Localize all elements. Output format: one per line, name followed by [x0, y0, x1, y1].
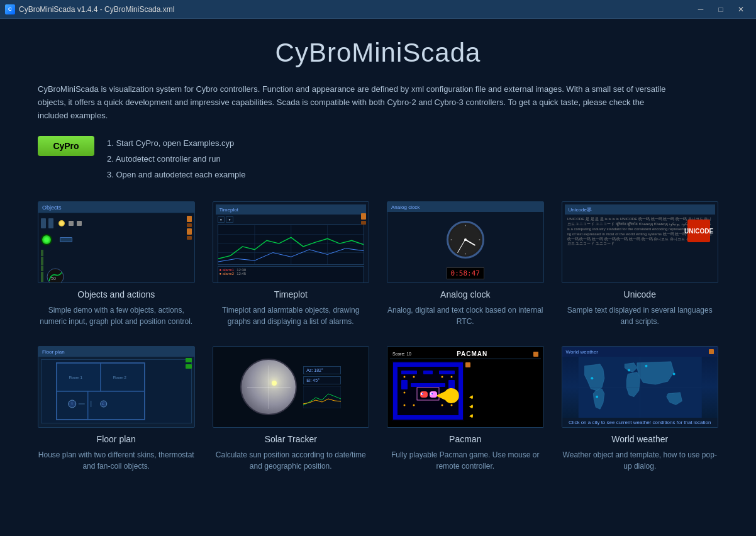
card-desc-solar-tracker: Calculate sun position according to date…	[213, 449, 370, 472]
svg-point-11	[450, 239, 452, 240]
timeplot-graph	[218, 224, 365, 265]
instruction-2: 2. Autodetect controller and run	[107, 152, 245, 167]
card-title-analog-clock: Analog clock	[440, 289, 490, 299]
svg-rect-30	[459, 362, 463, 420]
card-title-floor-plan: Floor plan	[97, 434, 136, 444]
app-icon: C	[5, 4, 15, 14]
svg-point-41	[451, 376, 453, 378]
card-world-weather[interactable]: World weather	[562, 346, 719, 472]
svg-point-9	[479, 239, 480, 240]
minimize-button[interactable]: ─	[691, 1, 711, 18]
thumbnail-analog-clock: Analog clock 0:58:47	[387, 201, 544, 283]
timeplot-alarmtable: ● alarm1 12:30 ● alarm2 12:45	[218, 266, 365, 283]
title-bar: C CyBroMiniScada v1.4.4 - CyBroMiniScada…	[0, 0, 756, 19]
card-pacman[interactable]: Score: 10 PACMAN	[387, 346, 544, 472]
title-bar-left: C CyBroMiniScada v1.4.4 - CyBroMiniScada…	[5, 4, 174, 14]
svg-text:T: T	[71, 402, 73, 406]
card-desc-timeplot: Timeplot and alarmtable objects, drawing…	[213, 304, 370, 327]
card-analog-clock[interactable]: Analog clock 0:58:47	[387, 201, 544, 327]
svg-point-10	[465, 254, 466, 255]
svg-point-59	[672, 373, 675, 376]
svg-point-58	[645, 365, 647, 367]
app-description: CyBroMiniScada is visualization system f…	[38, 83, 667, 122]
card-unicode[interactable]: Unicode界 UNICODE UNICODE 是 是 是 是 is is i…	[562, 201, 719, 327]
card-desc-pacman: Fully playable Pacman game. Use mouse or…	[387, 449, 544, 472]
svg-rect-31	[401, 371, 417, 374]
pacman-score: Score: 10	[392, 352, 411, 356]
card-desc-unicode: Sample text displayed in several languag…	[562, 304, 719, 327]
card-title-world-weather: World weather	[611, 434, 668, 444]
svg-point-44	[404, 405, 406, 406]
svg-point-38	[404, 376, 406, 378]
title-bar-controls: ─ □ ✕	[691, 1, 751, 18]
maximize-button[interactable]: □	[711, 1, 731, 18]
card-title-objects-actions: Objects and actions	[77, 289, 155, 299]
instructions-row: CyPro 1. Start CyPro, open Examples.cyp …	[38, 136, 718, 182]
card-desc-floor-plan: House plan with two different skins, the…	[38, 449, 195, 472]
svg-point-42	[404, 392, 406, 394]
unicode-logo: UNICODE	[687, 220, 710, 242]
thumbnail-floor-plan: Floor plan Room 1	[38, 346, 195, 428]
card-objects-actions[interactable]: Objects	[38, 201, 195, 327]
weather-map-display: Click on a city to see current weather c…	[562, 347, 718, 427]
svg-point-47	[451, 405, 453, 406]
svg-rect-33	[439, 371, 455, 374]
floorplan-header: Floor plan	[38, 347, 194, 357]
svg-point-39	[413, 376, 415, 378]
weather-footer: Click on a city to see current weather c…	[562, 418, 718, 427]
thumbnail-solar-tracker: Az: 182° El: 45°	[213, 346, 370, 428]
svg-rect-27	[393, 362, 463, 367]
svg-rect-32	[423, 371, 433, 374]
svg-text:Room 1: Room 1	[69, 376, 83, 379]
card-title-pacman: Pacman	[449, 434, 481, 444]
card-desc-world-weather: Weather object and template, how to use …	[562, 449, 719, 472]
main-content: CyBroMiniScada CyBroMiniScada is visuali…	[0, 19, 756, 497]
close-button[interactable]: ✕	[731, 1, 751, 18]
svg-point-57	[628, 369, 630, 372]
clock-header: Analog clock	[387, 202, 543, 212]
pacman-play-area	[390, 359, 541, 423]
thumb-body-objects: 50	[38, 213, 194, 283]
instruction-1: 1. Start CyPro, open Examples.cyp	[107, 136, 245, 152]
floorplan-body: Room 1 Room 2 T F	[38, 357, 194, 426]
card-desc-analog-clock: Analog, digital and text clock based on …	[387, 304, 544, 327]
card-title-solar-tracker: Solar Tracker	[265, 434, 317, 444]
pacman-logo: PACMAN	[457, 350, 487, 357]
thumbnail-objects-actions: Objects	[38, 201, 195, 283]
card-solar-tracker[interactable]: Az: 182° El: 45° Solar Tracker Calculate…	[213, 346, 370, 472]
card-title-unicode: Unicode	[624, 289, 656, 299]
card-floor-plan[interactable]: Floor plan Room 1	[38, 346, 195, 472]
thumb-header-objects: Objects	[38, 202, 194, 213]
svg-rect-35	[448, 380, 455, 389]
svg-rect-34	[401, 380, 408, 389]
svg-rect-25	[303, 386, 341, 408]
weather-header-text: World weather	[566, 349, 598, 355]
timeplot-header: Timeplot	[216, 204, 367, 215]
app-title: CyBroMiniScada	[38, 38, 718, 68]
thumbnail-world-weather: World weather	[562, 346, 719, 428]
clock-digital-display: 0:58:47	[447, 267, 484, 279]
card-desc-objects-actions: Simple demo with a few objects, actions,…	[38, 304, 195, 327]
thumbnail-timeplot: Timeplot ● ●	[213, 201, 370, 283]
svg-point-61	[596, 396, 598, 398]
thumbnail-unicode: Unicode界 UNICODE UNICODE 是 是 是 是 is is i…	[562, 201, 719, 283]
instructions-list: 1. Start CyPro, open Examples.cyp 2. Aut…	[107, 136, 245, 182]
cards-grid: Objects	[38, 201, 718, 472]
clock-face	[447, 221, 484, 259]
svg-point-45	[413, 405, 415, 406]
card-timeplot[interactable]: Timeplot ● ●	[213, 201, 370, 327]
floorplan-image: Room 1 Room 2 T F	[41, 359, 192, 423]
solar-circle	[240, 359, 297, 415]
title-bar-text: CyBroMiniScada v1.4.4 - CyBroMiniScada.x…	[19, 5, 174, 14]
svg-rect-28	[393, 415, 463, 420]
svg-point-53	[431, 393, 433, 394]
instruction-3: 3. Open and autodetect each example	[107, 167, 245, 183]
svg-text:F: F	[103, 402, 104, 406]
cypro-button[interactable]: CyPro	[38, 136, 94, 156]
svg-point-60	[591, 377, 593, 380]
svg-text:Room 2: Room 2	[113, 376, 127, 379]
thumbnail-pacman: Score: 10 PACMAN	[387, 346, 544, 428]
svg-rect-29	[393, 362, 397, 420]
svg-point-46	[442, 405, 443, 406]
svg-point-50	[422, 393, 423, 394]
